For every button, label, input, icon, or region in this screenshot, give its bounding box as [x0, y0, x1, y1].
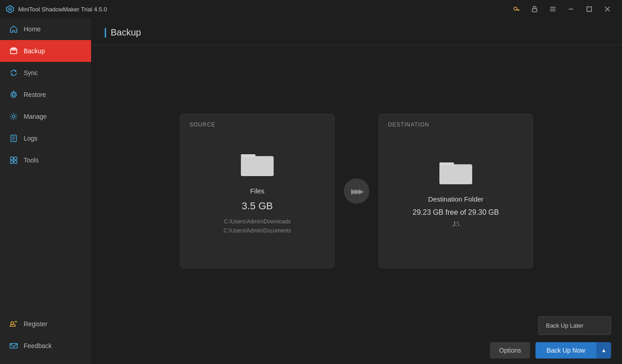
menu-icon — [549, 5, 556, 13]
tools-icon — [9, 156, 18, 165]
backup-dropdown-toggle[interactable]: ▲ — [596, 342, 611, 359]
app-title: MiniTool ShadowMaker Trial 4.5.0 — [18, 6, 507, 13]
arrow-button[interactable]: ▶▶▶ — [344, 178, 369, 204]
app-body: Home Backup Sync Restore — [0, 18, 622, 364]
sidebar-item-home[interactable]: Home — [0, 18, 91, 40]
main-content: Backup SOURCE — [91, 18, 622, 364]
close-icon — [605, 6, 610, 12]
sync-icon — [9, 68, 18, 77]
svg-marker-1 — [8, 7, 12, 11]
home-icon — [9, 25, 18, 34]
svg-rect-34 — [241, 157, 274, 176]
svg-point-16 — [11, 92, 16, 97]
sidebar-spacer — [0, 171, 91, 313]
maximize-icon — [586, 6, 592, 12]
restore-icon — [9, 90, 18, 99]
footer: Options Back Up Later Back Up Now ▲ — [91, 337, 622, 364]
svg-rect-27 — [14, 161, 17, 163]
sidebar-label-home: Home — [24, 25, 41, 33]
lock-icon — [531, 5, 538, 13]
source-label: SOURCE — [189, 121, 215, 128]
svg-point-19 — [12, 115, 15, 118]
sidebar-item-tools[interactable]: Tools — [0, 149, 91, 171]
source-card[interactable]: SOURCE Files 3.5 GB C:\Us — [180, 114, 335, 268]
backup-now-group: Back Up Later Back Up Now ▲ — [535, 342, 611, 359]
svg-rect-6 — [532, 9, 537, 12]
page-title: Backup — [111, 27, 141, 38]
page-header: Backup — [91, 18, 622, 46]
sidebar-label-tools: Tools — [24, 157, 39, 164]
sidebar-item-manage[interactable]: Manage — [0, 106, 91, 127]
sidebar-item-logs[interactable]: Logs — [0, 127, 91, 149]
sidebar-bottom: Register Feedback — [0, 313, 91, 364]
sidebar-item-backup[interactable]: Backup — [0, 40, 91, 62]
source-folder-icon — [239, 147, 275, 180]
feedback-icon — [9, 341, 18, 350]
lock-icon-btn[interactable] — [525, 0, 544, 18]
svg-rect-36 — [439, 162, 454, 165]
sidebar: Home Backup Sync Restore — [0, 18, 91, 364]
sidebar-label-sync: Sync — [24, 69, 38, 76]
svg-rect-37 — [439, 165, 472, 184]
sidebar-label-backup: Backup — [24, 47, 45, 55]
sidebar-item-feedback[interactable]: Feedback — [0, 335, 91, 357]
destination-label: DESTINATION — [388, 121, 429, 128]
minimize-icon — [568, 6, 574, 12]
sidebar-label-logs: Logs — [24, 135, 37, 142]
titlebar: MiniTool ShadowMaker Trial 4.5.0 — [0, 0, 622, 18]
close-btn[interactable] — [598, 0, 617, 18]
source-name: Files — [250, 187, 265, 195]
key-icon-btn[interactable] — [507, 0, 525, 18]
page-title-accent — [105, 28, 106, 38]
svg-rect-26 — [10, 161, 13, 163]
register-icon — [9, 319, 18, 329]
dropdown-chevron-icon: ▲ — [601, 347, 607, 354]
backup-dropdown-popup: Back Up Later — [538, 316, 611, 335]
key-icon — [513, 5, 520, 13]
sidebar-item-restore[interactable]: Restore — [0, 84, 91, 106]
backup-now-button[interactable]: Back Up Now — [535, 342, 596, 359]
maximize-btn[interactable] — [580, 0, 598, 18]
minimize-btn[interactable] — [562, 0, 580, 18]
sidebar-label-manage: Manage — [24, 113, 47, 120]
destination-drive: J:\ — [453, 220, 459, 228]
source-size: 3.5 GB — [242, 200, 273, 212]
svg-point-17 — [12, 93, 15, 96]
manage-icon — [9, 112, 18, 121]
app-logo — [5, 5, 15, 14]
destination-free: 29.23 GB free of 29.30 GB — [413, 208, 499, 217]
backup-area: SOURCE Files 3.5 GB C:\Us — [91, 46, 622, 337]
source-path-2: C:\Users\Admin\Documents — [224, 227, 291, 235]
svg-rect-11 — [587, 7, 591, 11]
svg-rect-33 — [241, 154, 255, 157]
menu-icon-btn[interactable] — [544, 0, 562, 18]
destination-card[interactable]: DESTINATION Destination Folder 29.23 GB … — [378, 114, 533, 268]
logo-icon — [5, 5, 15, 14]
titlebar-controls — [507, 0, 617, 18]
svg-rect-25 — [14, 157, 17, 160]
destination-name: Destination Folder — [428, 195, 484, 203]
destination-folder-icon — [438, 155, 474, 188]
svg-point-2 — [514, 7, 517, 10]
logs-icon — [9, 134, 18, 143]
sidebar-label-register: Register — [24, 320, 47, 328]
options-button[interactable]: Options — [490, 342, 530, 359]
backup-later-item[interactable]: Back Up Later — [539, 317, 611, 334]
svg-rect-24 — [10, 157, 13, 160]
sidebar-item-sync[interactable]: Sync — [0, 62, 91, 84]
source-path-1: C:\Users\Admin\Downloads — [224, 217, 291, 226]
backup-icon — [9, 46, 18, 56]
sidebar-item-register[interactable]: Register — [0, 313, 91, 335]
sidebar-label-restore: Restore — [24, 91, 46, 98]
sidebar-label-feedback: Feedback — [24, 342, 51, 349]
source-paths: C:\Users\Admin\Downloads C:\Users\Admin\… — [224, 217, 291, 235]
arrow-icon: ▶▶▶ — [351, 187, 362, 196]
